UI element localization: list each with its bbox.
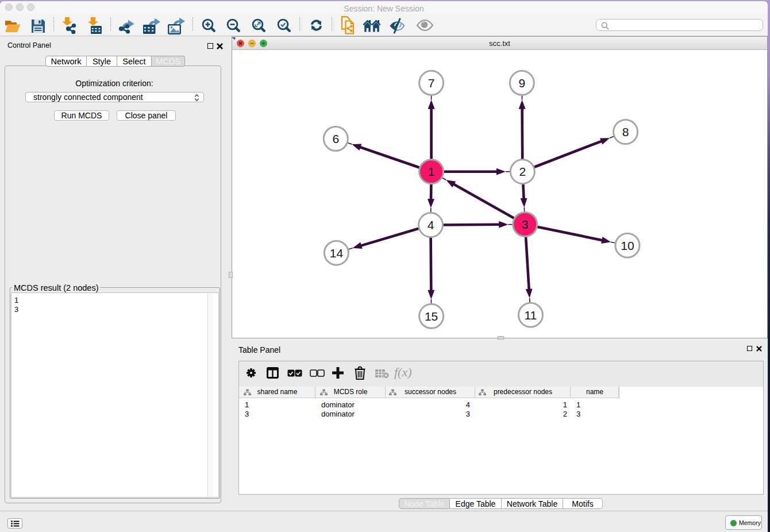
svg-text:14: 14: [330, 246, 344, 260]
svg-text:8: 8: [622, 125, 629, 138]
svg-text:3: 3: [522, 218, 529, 231]
svg-text:4: 4: [428, 218, 434, 232]
svg-text:6: 6: [332, 132, 339, 145]
svg-text:11: 11: [524, 309, 537, 322]
svg-text:9: 9: [518, 76, 525, 90]
svg-text:15: 15: [425, 310, 438, 323]
svg-text:1: 1: [428, 165, 435, 178]
svg-text:2: 2: [519, 165, 526, 178]
svg-text:7: 7: [428, 76, 435, 90]
svg-text:10: 10: [621, 239, 634, 252]
